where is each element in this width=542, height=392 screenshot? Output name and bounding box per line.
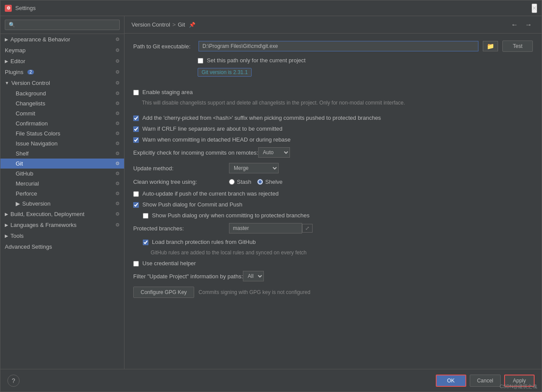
sidebar-item-label: Build, Execution, Deployment bbox=[10, 211, 84, 217]
load-branch-protection-label: Load branch protection rules from GitHub bbox=[152, 239, 256, 245]
protected-branches-input[interactable] bbox=[229, 223, 302, 233]
staging-area-row: Enable staging area bbox=[133, 89, 533, 95]
sidebar-item-label: Changelists bbox=[16, 100, 45, 107]
show-push-dialog-label: Show Push dialog for Commit and Push bbox=[142, 201, 242, 208]
credential-helper-checkbox[interactable] bbox=[133, 261, 139, 267]
expand-button[interactable]: ⤢ bbox=[302, 224, 313, 233]
configure-gpg-button[interactable]: Configure GPG Key bbox=[133, 287, 194, 298]
pin-button[interactable]: 📌 bbox=[187, 22, 197, 28]
git-path-input[interactable] bbox=[199, 41, 478, 51]
sidebar-item-shelf[interactable]: Shelf ⚙ bbox=[0, 149, 124, 159]
forward-button[interactable]: → bbox=[522, 20, 535, 30]
sidebar-item-appearance[interactable]: ▶ Appearance & Behavior ⚙ bbox=[0, 34, 124, 45]
cherry-pick-label: Add the 'cherry-picked from <hash>' suff… bbox=[142, 115, 381, 121]
help-button[interactable]: ? bbox=[7, 375, 20, 387]
protected-branches-row: Protected branches: ⤢ bbox=[133, 223, 533, 233]
sidebar-item-label: Tools bbox=[10, 233, 24, 239]
sidebar-item-label: Issue Navigation bbox=[16, 140, 57, 147]
sidebar-item-perforce[interactable]: Perforce ⚙ bbox=[0, 189, 124, 199]
incoming-commits-row: Explicitly check for incoming commits on… bbox=[133, 147, 533, 158]
push-protected-label: Show Push dialog only when committing to… bbox=[152, 212, 310, 219]
sidebar-item-label: Editor bbox=[10, 58, 25, 64]
sidebar-item-subversion[interactable]: ▶ Subversion ⚙ bbox=[0, 199, 124, 209]
settings-icon: ⚙ bbox=[115, 37, 120, 42]
sidebar-item-issue-navigation[interactable]: Issue Navigation ⚙ bbox=[0, 139, 124, 149]
sidebar-item-commit[interactable]: Commit ⚙ bbox=[0, 108, 124, 118]
incoming-commits-select[interactable]: Auto Always Never bbox=[258, 147, 290, 158]
sidebar-item-languages-frameworks[interactable]: ▶ Languages & Frameworks ⚙ bbox=[0, 220, 124, 230]
back-button[interactable]: ← bbox=[508, 20, 521, 30]
plugins-badge: 2 bbox=[27, 70, 34, 74]
sidebar-item-version-control[interactable]: ▼ Version Control ⚙ bbox=[0, 78, 124, 88]
sidebar-item-file-status-colors[interactable]: File Status Colors ⚙ bbox=[0, 128, 124, 139]
settings-icon: ⚙ bbox=[115, 80, 120, 86]
sidebar-item-label: Mercurial bbox=[16, 180, 39, 187]
shelve-radio[interactable] bbox=[257, 179, 263, 185]
git-path-row: Path to Git executable: 📁 Test bbox=[133, 41, 533, 52]
update-method-select[interactable]: Merge Rebase Branch Default bbox=[229, 163, 279, 173]
show-push-dialog-row: Show Push dialog for Commit and Push bbox=[133, 201, 533, 208]
sidebar-item-advanced-settings[interactable]: Advanced Settings bbox=[0, 241, 124, 252]
sidebar-item-confirmation[interactable]: Confirmation ⚙ bbox=[0, 118, 124, 128]
search-input[interactable] bbox=[5, 20, 120, 30]
expand-arrow: ▶ bbox=[5, 233, 8, 238]
right-body: Path to Git executable: 📁 Test Set this … bbox=[125, 34, 542, 369]
staging-area-label: Enable staging area bbox=[142, 89, 193, 95]
update-method-label: Update method: bbox=[133, 165, 229, 172]
sidebar-item-mercurial[interactable]: Mercurial ⚙ bbox=[0, 179, 124, 189]
clean-working-tree-options: Stash Shelve bbox=[229, 179, 283, 185]
settings-icon: ⚙ bbox=[115, 222, 120, 228]
sidebar-item-label: Plugins bbox=[5, 69, 24, 75]
sidebar-item-changelists[interactable]: Changelists ⚙ bbox=[0, 98, 124, 108]
settings-icon: ⚙ bbox=[115, 91, 120, 96]
sidebar-item-tools[interactable]: ▶ Tools bbox=[0, 230, 124, 241]
sidebar-item-background[interactable]: Background ⚙ bbox=[0, 88, 124, 98]
settings-icon: ⚙ bbox=[115, 171, 120, 176]
settings-dialog: ⚙ Settings × ▶ Appearance & Behavior ⚙ K bbox=[0, 0, 542, 392]
settings-icon: ⚙ bbox=[115, 141, 120, 146]
sidebar-item-build-execution[interactable]: ▶ Build, Execution, Deployment ⚙ bbox=[0, 209, 124, 220]
filter-label: Filter "Update Project" information by p… bbox=[133, 273, 243, 280]
expand-arrow: ▶ bbox=[5, 212, 8, 216]
detached-head-checkbox[interactable] bbox=[133, 137, 139, 143]
nav-buttons: ← → bbox=[508, 20, 535, 30]
show-push-dialog-checkbox[interactable] bbox=[133, 202, 139, 208]
cherry-pick-checkbox[interactable] bbox=[133, 115, 139, 121]
incoming-commits-label: Explicitly check for incoming commits on… bbox=[133, 149, 258, 156]
filter-update-row: Filter "Update Project" information by p… bbox=[133, 271, 533, 281]
staging-area-checkbox[interactable] bbox=[133, 90, 139, 95]
sidebar-item-editor[interactable]: ▶ Editor ⚙ bbox=[0, 56, 124, 67]
sidebar-item-plugins[interactable]: Plugins 2 ⚙ bbox=[0, 67, 124, 78]
cancel-button[interactable]: Cancel bbox=[470, 375, 501, 387]
filter-select[interactable]: All bbox=[243, 271, 264, 281]
git-path-label: Path to Git executable: bbox=[133, 43, 194, 50]
crlf-checkbox[interactable] bbox=[133, 126, 139, 132]
auto-update-row: Auto-update if push of the current branc… bbox=[133, 190, 533, 197]
test-button[interactable]: Test bbox=[502, 41, 533, 52]
ok-button[interactable]: OK bbox=[436, 375, 466, 387]
stash-radio[interactable] bbox=[229, 179, 235, 185]
search-box[interactable] bbox=[0, 16, 124, 34]
current-project-row: Set this path only for the current proje… bbox=[198, 57, 533, 64]
current-project-checkbox[interactable] bbox=[198, 58, 203, 64]
folder-browse-button[interactable]: 📁 bbox=[483, 41, 498, 51]
sidebar-item-github[interactable]: GitHub ⚙ bbox=[0, 169, 124, 179]
sidebar-item-label: File Status Colors bbox=[16, 130, 61, 137]
load-branch-protection-checkbox[interactable] bbox=[143, 240, 148, 245]
sidebar-item-label: Subversion bbox=[22, 200, 50, 207]
breadcrumb-part1: Version Control bbox=[131, 21, 170, 28]
sidebar-item-keymap[interactable]: Keymap ⚙ bbox=[0, 45, 124, 56]
settings-icon: ⚙ bbox=[115, 181, 120, 186]
gpg-key-row: Configure GPG Key Commits signing with G… bbox=[133, 287, 533, 298]
cherry-pick-row: Add the 'cherry-picked from <hash>' suff… bbox=[133, 115, 533, 121]
sidebar-item-git[interactable]: Git ⚙ bbox=[0, 159, 124, 169]
title-bar: ⚙ Settings × bbox=[0, 0, 542, 16]
clean-working-tree-label: Clean working tree using: bbox=[133, 179, 229, 185]
current-project-label: Set this path only for the current proje… bbox=[207, 57, 306, 64]
close-button[interactable]: × bbox=[532, 3, 537, 13]
settings-icon: ⚙ bbox=[115, 47, 120, 53]
push-protected-checkbox[interactable] bbox=[143, 213, 148, 219]
settings-icon: ⚙ bbox=[115, 151, 120, 156]
auto-update-checkbox[interactable] bbox=[133, 191, 139, 197]
push-protected-row: Show Push dialog only when committing to… bbox=[143, 212, 533, 219]
